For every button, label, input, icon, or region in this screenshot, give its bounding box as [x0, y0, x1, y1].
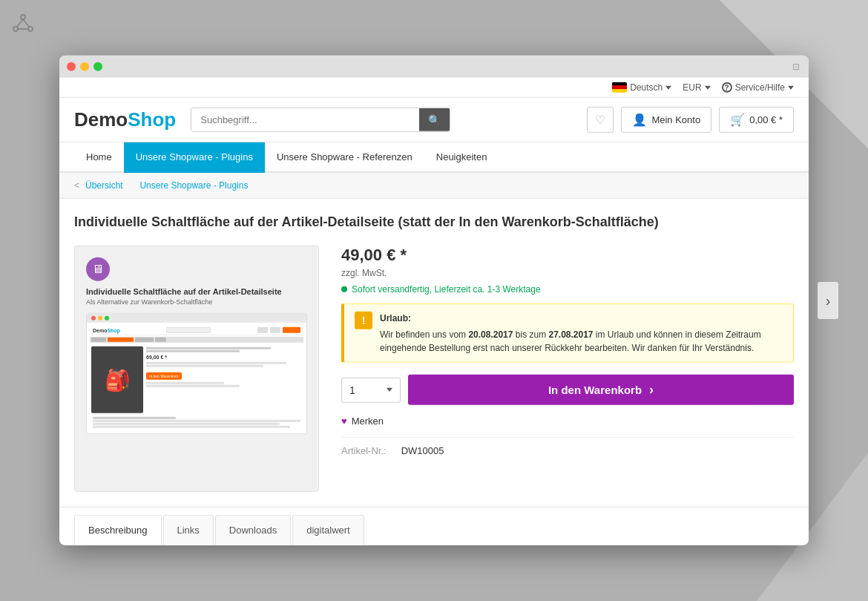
wishlist-button[interactable]: ♡: [587, 107, 614, 133]
vacation-text: Urlaub: Wir befinden uns vom 20.08.2017 …: [380, 312, 783, 355]
vacation-date2: 27.08.2017: [548, 329, 593, 340]
vacation-text-part1: Wir befinden uns vom: [380, 329, 468, 340]
breadcrumb: < Übersicht Unsere Shopware - Plugins: [59, 173, 809, 199]
carousel-next-arrow[interactable]: ›: [818, 282, 838, 319]
inner-icon-2: [270, 327, 280, 333]
add-to-cart-button[interactable]: In den Warenkorb ›: [408, 375, 794, 405]
breadcrumb-separator: [129, 180, 134, 191]
add-to-cart-label: In den Warenkorb: [548, 384, 642, 396]
inner-browser-bar: [87, 314, 306, 323]
product-title: Individuelle Schaltfläche auf der Artike…: [74, 214, 794, 231]
article-info: Artikel-Nr.: DW10005: [341, 437, 794, 456]
vacation-date1: 20.08.2017: [468, 329, 513, 340]
network-logo: [11, 11, 35, 37]
price-tax-note: zzgl. MwSt.: [341, 268, 794, 278]
inner-line-3: [146, 362, 286, 364]
window-close-btn[interactable]: [67, 62, 76, 71]
window-maximize-btn[interactable]: [93, 62, 102, 71]
quantity-chevron-icon: [387, 388, 392, 392]
language-label: Deutsch: [630, 82, 662, 93]
inner-price: 69,00 € *: [146, 355, 302, 360]
nav-plugins[interactable]: Unsere Shopware - Plugins: [124, 142, 265, 173]
product-details: 49,00 € * zzgl. MwSt. Sofort versandfert…: [341, 246, 794, 492]
account-button[interactable]: 👤 Mein Konto: [621, 107, 711, 133]
inner-add-to-cart-btn: In den Warenkorb: [146, 372, 182, 380]
content-area: Individuelle Schaltfläche auf der Artike…: [59, 199, 809, 507]
inner-max-dot: [105, 316, 109, 321]
window-minimize-btn[interactable]: [80, 62, 89, 71]
vacation-text-part2: bis zum: [513, 329, 548, 340]
language-selector[interactable]: Deutsch: [612, 82, 671, 93]
flag-german: [612, 82, 627, 93]
breadcrumb-back-arrow: <: [74, 180, 79, 191]
delivery-status: Sofort versandfertig, Lieferzeit ca. 1-3…: [341, 284, 794, 295]
breadcrumb-current[interactable]: Unsere Shopware - Plugins: [139, 180, 248, 191]
header-actions: ♡ 👤 Mein Konto 🛒 0,00 € *: [587, 107, 794, 133]
product-tabs: Beschreibung Links Downloads digitalwert: [59, 507, 809, 545]
search-button[interactable]: 🔍: [419, 108, 450, 131]
tab-digitalwert[interactable]: digitalwert: [292, 515, 364, 545]
inner-product-image: 🎒: [91, 347, 143, 413]
inner-search-bar: [166, 327, 211, 333]
merken-row[interactable]: ♥ Merken: [341, 416, 794, 427]
quantity-value: 1: [349, 384, 355, 396]
service-label: Service/Hilfe: [735, 82, 785, 93]
product-image-container: 🖥 Individuelle Schaltfläche auf der Arti…: [74, 246, 319, 492]
inner-line-5: [146, 382, 224, 384]
tab-downloads[interactable]: Downloads: [215, 515, 291, 545]
merken-label: Merken: [352, 416, 384, 427]
account-label: Mein Konto: [651, 114, 700, 125]
search-input[interactable]: [191, 108, 419, 131]
delivery-text: Sofort versandfertig, Lieferzeit ca. 1-3…: [352, 284, 541, 295]
os-titlebar: ⊡: [59, 56, 809, 78]
currency-label: EUR: [683, 82, 701, 93]
quantity-selector[interactable]: 1: [341, 378, 401, 403]
backpack-icon: 🎒: [105, 368, 131, 393]
inner-logo: DemoShop: [93, 328, 120, 333]
inner-bottom-info: [90, 415, 303, 430]
inner-desc-1: [93, 420, 300, 422]
product-price: 49,00 € *: [341, 246, 794, 265]
add-to-cart-row: 1 In den Warenkorb ›: [341, 375, 794, 405]
nav-neuigkeiten[interactable]: Neuigkeiten: [424, 142, 499, 173]
vacation-notice: ! Urlaub: Wir befinden uns vom 20.08.201…: [341, 303, 794, 363]
svg-point-1: [13, 27, 18, 31]
delivery-dot-icon: [341, 286, 347, 292]
inner-line-4: [146, 365, 263, 367]
plugin-badge: 🖥: [86, 257, 110, 281]
inner-header-icons: [257, 327, 300, 333]
currency-selector[interactable]: EUR: [683, 82, 710, 93]
inner-shop-header: DemoShop: [90, 326, 303, 335]
cart-button[interactable]: 🛒 0,00 € *: [719, 107, 794, 133]
inner-line-1: [146, 347, 271, 349]
inner-close-dot: [91, 316, 96, 321]
language-chevron-icon: [665, 85, 671, 89]
search-bar[interactable]: 🔍: [191, 108, 450, 132]
cart-arrow-icon: ›: [649, 382, 654, 398]
svg-line-3: [17, 19, 23, 27]
tab-beschreibung[interactable]: Beschreibung: [74, 515, 162, 545]
tab-links[interactable]: Links: [163, 515, 214, 545]
inner-nav-1: [91, 338, 106, 342]
svg-line-4: [23, 19, 29, 27]
currency-chevron-icon: [705, 85, 711, 89]
inner-nav-2-active: [108, 338, 134, 342]
inner-browser-mock: DemoShop: [86, 313, 307, 434]
service-link[interactable]: ? Service/Hilfe: [722, 82, 794, 93]
window-expand-icon: ⊡: [791, 62, 801, 72]
inner-browser-content: DemoShop: [87, 323, 306, 433]
browser-window: ⊡ Deutsch EUR ? Service/Hilfe DemoShop: [59, 56, 809, 545]
mock-title: Individuelle Schaltfläche auf der Artike…: [86, 287, 282, 296]
nav-referenzen[interactable]: Unsere Shopware - Referenzen: [265, 142, 424, 173]
inner-desc-3: [93, 426, 290, 428]
shop-logo[interactable]: DemoShop: [74, 108, 176, 131]
nav-home[interactable]: Home: [74, 142, 124, 173]
mock-subtitle: Als Alternative zur Warenkorb-Schaltfläc…: [86, 298, 212, 306]
logo-demo: Demo: [74, 108, 128, 131]
breadcrumb-back-link[interactable]: Übersicht: [85, 180, 123, 191]
main-navigation: Home Unsere Shopware - Plugins Unsere Sh…: [59, 142, 809, 173]
inner-line-6: [146, 385, 240, 387]
article-nr-label: Artikel-Nr.:: [341, 445, 387, 456]
inner-desc-2: [93, 423, 280, 425]
service-chevron-icon: [788, 85, 794, 89]
